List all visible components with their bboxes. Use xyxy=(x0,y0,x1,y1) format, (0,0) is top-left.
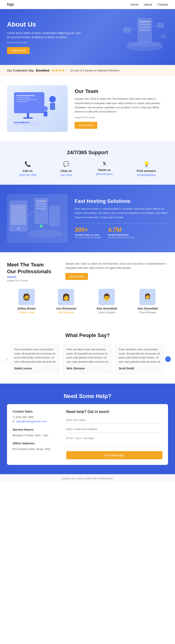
service-hours: Monday to Friday: 9am – 7pm xyxy=(13,433,59,438)
form-email-input[interactable] xyxy=(66,426,162,432)
stat-hosted: 4.7M Hosted Websites Ut enim ad minim ve… xyxy=(108,226,134,239)
service-hours-heading: Service Hours: xyxy=(13,428,59,431)
form-name-input[interactable] xyxy=(66,417,162,424)
member-jeffrey-name: Jeffrey Brown xyxy=(17,307,36,310)
svg-rect-18 xyxy=(16,99,37,100)
svg-rect-34 xyxy=(11,204,26,225)
nav-home[interactable]: Home xyxy=(130,3,139,6)
svg-rect-10 xyxy=(157,23,163,27)
svg-point-22 xyxy=(49,96,56,102)
svg-rect-21 xyxy=(23,118,33,118)
svg-rect-40 xyxy=(36,208,46,210)
help-section: Need Some Help? Contact Sales T: (910) 4… xyxy=(0,384,175,474)
hero-description: Lorem ipsum dolor sit amet, consectetur … xyxy=(7,31,82,39)
contact-email-link[interactable]: sales@hostingdomain.com xyxy=(16,420,47,423)
testimonial-reviewer-1: Stella Larson xyxy=(14,366,56,371)
testimonial-text-3: Proin sed libero enim sed faucibus turpi… xyxy=(119,348,161,364)
svg-point-46 xyxy=(40,225,42,226)
testimonial-reviewer-2: Nick Jhonson xyxy=(67,366,108,371)
support-tweet: 𝕏 Tweet us @HostSupport xyxy=(96,161,113,176)
svg-point-24 xyxy=(43,106,48,111)
testimonial-reviewer-3: Scott Smith xyxy=(119,366,161,371)
contact-info: Contact Sales T: (910) 456 7890 E: sales… xyxy=(13,410,59,459)
testimonial-text-2: Proin sed libero enim sed faucibus turpi… xyxy=(67,348,108,364)
nav-logo: logo xyxy=(7,2,14,6)
svg-point-41 xyxy=(44,200,45,202)
svg-rect-28 xyxy=(16,122,18,123)
rating-excellent: Excellent xyxy=(36,69,49,72)
stat-growth: 300+ Growth year on year Ut enim ad mini… xyxy=(75,226,101,239)
svg-rect-32 xyxy=(28,122,29,123)
twitter-icon: 𝕏 xyxy=(103,161,106,166)
svg-rect-19 xyxy=(16,101,28,102)
stat-hosted-number: 4.7M xyxy=(108,226,134,234)
member-alex-g-role: System Engineer xyxy=(98,311,115,314)
testimonial-card-2: Proin sed libero enim sed faucibus turpi… xyxy=(63,344,112,374)
nav-contact[interactable]: Contact xyxy=(157,3,168,6)
meet-team-left: Meet The TeamOur Professionals Images fr… xyxy=(7,262,58,282)
member-alex-g-name: Alex Greenfield xyxy=(96,307,117,310)
testimonial-card-3: Proin sed libero enim sed faucibus turpi… xyxy=(115,344,164,374)
stat-hosted-sub: Ut enim ad minim veniam xyxy=(108,236,134,239)
support-tweet-label: Tweet us xyxy=(98,168,111,172)
stat-growth-number: 300+ xyxy=(75,226,101,234)
support-chat-label[interactable]: Chat us xyxy=(61,169,72,172)
meet-team-title: Meet The TeamOur Professionals xyxy=(7,262,58,275)
support-chat: 💬 Chat us Live Chart xyxy=(60,161,72,176)
team-illustration xyxy=(7,85,68,132)
contact-email: E: sales@hostingdomain.com xyxy=(13,419,59,424)
svg-rect-38 xyxy=(36,203,46,204)
contact-phone: T: (910) 456 7890 xyxy=(13,415,59,419)
svg-line-43 xyxy=(27,211,35,216)
testimonials-next-button[interactable]: › xyxy=(165,356,171,362)
meet-team-underline xyxy=(7,277,16,278)
meet-team-description: Sample text. Click to select the Text El… xyxy=(65,262,168,270)
svg-rect-25 xyxy=(44,111,47,116)
member-alex-p-avatar: 👩‍💼 xyxy=(139,289,156,305)
member-alex-g-avatar: 👨 xyxy=(98,289,115,305)
chat-icon: 💬 xyxy=(63,161,69,167)
rating-stars: ★★★★★ xyxy=(52,68,68,73)
testimonials-prev-button[interactable]: ‹ xyxy=(4,356,10,362)
office-address-heading: Office Address: xyxy=(13,442,59,445)
support-answers-label: Find answers xyxy=(137,169,156,172)
svg-rect-39 xyxy=(36,206,46,207)
member-jeffrey: 🧔 Jeffrey Brown Creative Leader xyxy=(17,289,36,314)
support-answers-sub: KnowledgeBase xyxy=(137,174,156,176)
nav-about[interactable]: About xyxy=(144,3,152,6)
support-title: 24/7/365 Support xyxy=(7,150,168,156)
form-heading: Need help? Get in touch xyxy=(66,410,162,414)
testimonial-text-1: Proin sed libero enim sed faucibus turpi… xyxy=(14,348,56,364)
footer-text: Sample text. Click to select the Text El… xyxy=(62,477,113,480)
fast-hosting-section: Fast Hosting Solutions Duis aute irure d… xyxy=(0,185,175,252)
stat-growth-label: Growth year on year xyxy=(75,234,101,236)
svg-rect-30 xyxy=(20,122,25,123)
meet-team-learn-more-button[interactable]: Learn more xyxy=(65,273,88,280)
support-section: 24/7/365 Support 📞 Call us (010) 456 789… xyxy=(0,141,175,185)
member-ann-name: Ann Richmond xyxy=(56,307,76,310)
hosting-text: Fast Hosting Solutions Duis aute irure d… xyxy=(75,198,168,239)
meet-team-section: Meet The TeamOur Professionals Images fr… xyxy=(0,252,175,323)
form-send-button[interactable]: Send Message xyxy=(66,451,162,459)
testimonials-title: What People Say? xyxy=(7,332,168,338)
svg-rect-16 xyxy=(16,95,35,96)
support-tweet-sub: @HostSupport xyxy=(96,172,113,176)
member-alex-g: 👨 Alex Greenfield System Engineer xyxy=(96,289,117,314)
meet-team-image-credit: Images from Freepik xyxy=(7,279,58,282)
testimonials-wrapper: ‹ Proin sed libero enim sed faucibus tur… xyxy=(7,344,168,374)
hero-learn-more-button[interactable]: Learn more xyxy=(7,47,30,54)
team-image-credit: Image from Freepik xyxy=(75,116,168,120)
form-message-input[interactable] xyxy=(66,435,162,446)
member-jeffrey-role: Creative Leader xyxy=(18,311,35,314)
rating-bar: Our Customers Say Excellent ★★★★★ 4.9 ou… xyxy=(0,65,175,76)
svg-rect-11 xyxy=(161,35,166,38)
testimonials-section: What People Say? ‹ Proin sed libero enim… xyxy=(0,323,175,384)
svg-rect-29 xyxy=(18,122,20,123)
support-answers: 💡 Find answers KnowledgeBase xyxy=(137,161,156,176)
team-learn-more-button[interactable]: Learn more xyxy=(75,122,97,129)
hosting-illustration xyxy=(7,194,68,243)
support-items: 📞 Call us (010) 456 7890 💬 Chat us Live … xyxy=(7,161,168,176)
hero-content: About Us Lorem ipsum dolor sit amet, con… xyxy=(7,21,82,54)
svg-point-35 xyxy=(17,227,20,230)
member-alex-p-name: Alex Greenfield xyxy=(137,307,158,310)
